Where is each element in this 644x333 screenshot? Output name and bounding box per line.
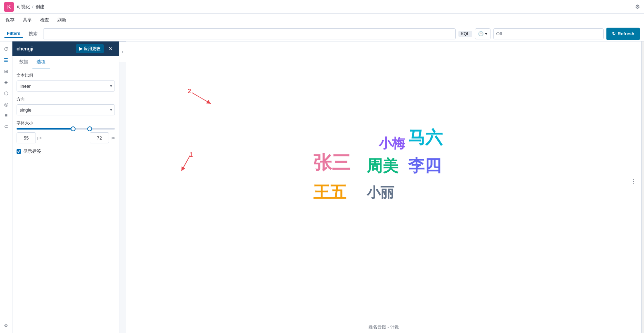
canvas-footer: 姓名云图 - 计数 <box>126 321 641 333</box>
top-bar: K 可视化 / 创建 ⚙ <box>0 0 644 14</box>
chevron-left-icon: ‹ <box>122 49 123 54</box>
refresh-second-button[interactable]: 刷新 <box>56 16 68 24</box>
direction-label: 方向 <box>17 96 115 102</box>
max-unit: px <box>110 135 115 140</box>
font-size-min-input[interactable]: 55 <box>17 132 36 143</box>
close-panel-button[interactable]: ✕ <box>107 45 115 53</box>
apply-changes-button[interactable]: ▶ 应用更改 <box>76 44 104 53</box>
search-input[interactable] <box>43 28 456 39</box>
sidebar-icon-grid[interactable]: ⊞ <box>1 66 11 76</box>
off-badge: Off <box>493 28 604 39</box>
sidebar-icon-time[interactable]: ⏱ <box>1 44 11 54</box>
panel-tab-area: 数据 选项 <box>12 56 119 68</box>
font-size-section: 字体大小 55 px 72 px <box>17 120 115 143</box>
panel-title: chengji <box>17 46 33 51</box>
collapse-panel-button[interactable]: ‹ <box>119 41 126 62</box>
svg-line-0 <box>181 155 190 171</box>
tab-search[interactable]: 搜索 <box>26 29 40 38</box>
clock-icon: 🕐 <box>478 31 484 36</box>
slider-thumb-min[interactable] <box>71 126 76 131</box>
main-canvas: ⋮ 小梅 马六 张三 周美 李四 王五 小丽 <box>126 41 641 333</box>
word-cloud: 小梅 马六 张三 周美 李四 王五 小丽 <box>306 124 462 228</box>
show-labels-label: 显示标签 <box>23 148 41 154</box>
inspect-button[interactable]: 检查 <box>39 16 50 24</box>
word-xiaomei: 小梅 <box>379 135 405 152</box>
settings-icon[interactable]: ⚙ <box>635 3 640 10</box>
time-picker[interactable]: 🕐 ▾ <box>475 28 491 39</box>
direction-select[interactable]: single right angled multiple <box>17 104 115 115</box>
panel-header-actions: ▶ 应用更改 ✕ <box>76 44 115 53</box>
chevron-down-icon: ▾ <box>485 31 487 36</box>
sidebar-icon-circle[interactable]: ◎ <box>1 99 11 109</box>
font-size-inputs: 55 px 72 px <box>17 132 115 143</box>
min-unit: px <box>37 135 42 140</box>
word-zhoumei: 周美 <box>367 155 398 177</box>
sidebar-icons: ⏱ ☰ ⊞ ◈ ⬡ ◎ ≡ ⊂ ⚙ <box>0 41 12 333</box>
refresh-icon: ↻ <box>612 31 616 36</box>
sidebar-icon-bracket[interactable]: ⊂ <box>1 122 11 131</box>
text-scale-label: 文本比例 <box>17 73 115 78</box>
second-bar: 保存 共享 检查 刷新 <box>0 14 644 26</box>
show-labels-checkbox[interactable] <box>17 149 21 154</box>
panel-body: 文本比例 linear log square root ▾ 方向 single … <box>12 68 119 333</box>
panel-header: chengji ▶ 应用更改 ✕ <box>12 41 119 56</box>
word-maliu: 马六 <box>408 126 443 149</box>
panel-tabs: 数据 选项 <box>12 56 116 68</box>
panel: chengji ▶ 应用更改 ✕ 数据 选项 文本比例 linear log <box>12 41 119 333</box>
filter-bar: Filters 搜索 KQL 🕐 ▾ Off ↻ Refresh <box>0 26 644 41</box>
annotation-2: 2 <box>192 93 219 111</box>
font-size-label: 字体大小 <box>17 120 115 126</box>
play-icon: ▶ <box>79 46 82 51</box>
word-lisi: 李四 <box>408 155 441 177</box>
sidebar-icon-hex[interactable]: ⬡ <box>1 88 11 98</box>
font-size-slider[interactable] <box>17 128 115 130</box>
word-wangwu: 王五 <box>313 181 346 203</box>
kql-badge[interactable]: KQL <box>458 31 472 37</box>
canvas-body: ⋮ 小梅 马六 张三 周美 李四 王五 小丽 <box>126 41 641 321</box>
annotation-1: 1 <box>180 155 200 178</box>
direction-select-wrapper: single right angled multiple ▾ <box>17 104 115 115</box>
show-labels-row: 显示标签 <box>17 148 115 154</box>
main-layout: ⏱ ☰ ⊞ ◈ ⬡ ◎ ≡ ⊂ ⚙ chengji ▶ 应用更改 ✕ 数据 选项 <box>0 41 644 333</box>
breadcrumb: 可视化 / 创建 <box>17 4 44 10</box>
tab-data[interactable]: 数据 <box>15 56 32 68</box>
slider-track <box>17 128 115 130</box>
word-xiaoli: 小丽 <box>367 183 394 202</box>
slider-thumb-max[interactable] <box>87 126 92 131</box>
word-zhangsan: 张三 <box>313 150 350 175</box>
refresh-button[interactable]: ↻ Refresh <box>606 28 640 40</box>
save-button[interactable]: 保存 <box>4 16 16 24</box>
font-size-max-input[interactable]: 72 <box>90 132 109 143</box>
right-scrollbar[interactable] <box>641 41 644 333</box>
tab-filters[interactable]: Filters <box>4 29 23 38</box>
text-scale-select-wrapper: linear log square root ▾ <box>17 80 115 92</box>
sidebar-icon-viz[interactable]: ◈ <box>1 77 11 87</box>
sidebar-icon-menu[interactable]: ☰ <box>1 55 11 65</box>
sidebar-icon-list[interactable]: ≡ <box>1 111 11 120</box>
share-button[interactable]: 共享 <box>21 16 33 24</box>
text-scale-select[interactable]: linear log square root <box>17 80 115 92</box>
panel-options-menu[interactable]: ⋮ <box>630 178 637 185</box>
tab-options[interactable]: 选项 <box>32 56 50 68</box>
app-logo: K <box>4 2 14 12</box>
slider-fill <box>17 128 76 130</box>
svg-line-1 <box>192 93 211 104</box>
sidebar-icon-settings[interactable]: ⚙ <box>1 321 11 330</box>
